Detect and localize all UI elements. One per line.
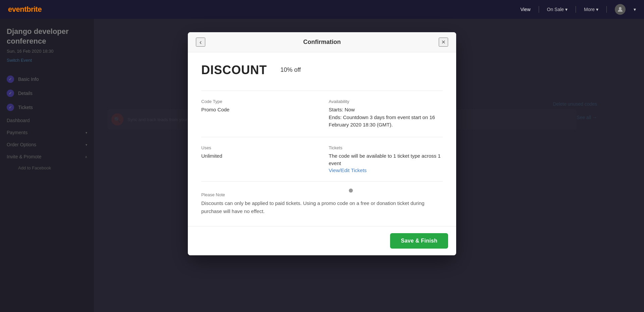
uses-section: Uses Unlimited bbox=[201, 145, 315, 173]
detail-grid: Code Type Promo Code Availability Starts… bbox=[201, 99, 443, 129]
nav-divider-3 bbox=[606, 6, 607, 13]
more-chevron-icon: ▾ bbox=[596, 7, 598, 12]
nav-more[interactable]: More ▾ bbox=[584, 7, 598, 12]
tickets-section: Tickets The code will be available to 1 … bbox=[329, 145, 443, 173]
modal-back-button[interactable]: ‹ bbox=[196, 38, 205, 47]
confirmation-modal: ‹ Confirmation × DISCOUNT 10% off Code T… bbox=[188, 32, 456, 255]
view-edit-tickets-link[interactable]: View/Edit Tickets bbox=[329, 167, 443, 173]
nav-divider-1 bbox=[539, 6, 539, 13]
discount-label: DISCOUNT bbox=[201, 63, 267, 77]
availability-section: Availability Starts: Now Ends: Countdown… bbox=[329, 99, 443, 129]
discount-value: 10% off bbox=[280, 63, 301, 73]
code-type-label: Code Type bbox=[201, 99, 315, 104]
discount-hero: DISCOUNT 10% off bbox=[201, 63, 443, 77]
tickets-label: Tickets bbox=[329, 145, 443, 150]
modal-title: Confirmation bbox=[303, 39, 341, 46]
availability-starts: Starts: Now bbox=[329, 106, 443, 114]
code-type-section: Code Type Promo Code bbox=[201, 99, 315, 129]
on-sale-chevron-icon: ▾ bbox=[565, 7, 568, 12]
top-navigation: eventbrite View On Sale ▾ More ▾ ▾ bbox=[0, 0, 644, 19]
please-note-section: Please Note Discounts can only be applie… bbox=[201, 192, 443, 215]
please-note-value: Discounts can only be applied to paid ti… bbox=[201, 199, 443, 215]
uses-value: Unlimited bbox=[201, 152, 315, 160]
nav-divider-2 bbox=[576, 6, 576, 13]
modal-footer: Save & Finish bbox=[188, 226, 456, 255]
tickets-value: The code will be available to 1 ticket t… bbox=[329, 152, 443, 167]
please-note-label: Please Note bbox=[201, 192, 443, 197]
availability-label: Availability bbox=[329, 99, 443, 104]
user-avatar[interactable] bbox=[615, 4, 626, 15]
code-type-value: Promo Code bbox=[201, 106, 315, 114]
save-finish-button[interactable]: Save & Finish bbox=[390, 233, 448, 249]
nav-right: View On Sale ▾ More ▾ ▾ bbox=[520, 4, 636, 15]
divider-2 bbox=[201, 137, 443, 137]
nav-on-sale[interactable]: On Sale ▾ bbox=[547, 7, 568, 12]
eventbrite-logo: eventbrite bbox=[8, 5, 42, 14]
uses-label: Uses bbox=[201, 145, 315, 150]
svg-point-0 bbox=[619, 7, 622, 10]
user-chevron-icon[interactable]: ▾ bbox=[634, 7, 636, 12]
divider-1 bbox=[201, 91, 443, 91]
availability-ends: Ends: Countdown 3 days from event start … bbox=[329, 114, 443, 129]
modal-body: DISCOUNT 10% off Code Type Promo Code Av… bbox=[188, 52, 456, 226]
detail-grid-2: Uses Unlimited Tickets The code will be … bbox=[201, 145, 443, 173]
modal-header: ‹ Confirmation × bbox=[188, 32, 456, 52]
divider-3 bbox=[201, 181, 443, 181]
nav-view[interactable]: View bbox=[520, 7, 530, 12]
modal-overlay: ‹ Confirmation × DISCOUNT 10% off Code T… bbox=[0, 19, 644, 312]
modal-close-button[interactable]: × bbox=[439, 38, 448, 47]
